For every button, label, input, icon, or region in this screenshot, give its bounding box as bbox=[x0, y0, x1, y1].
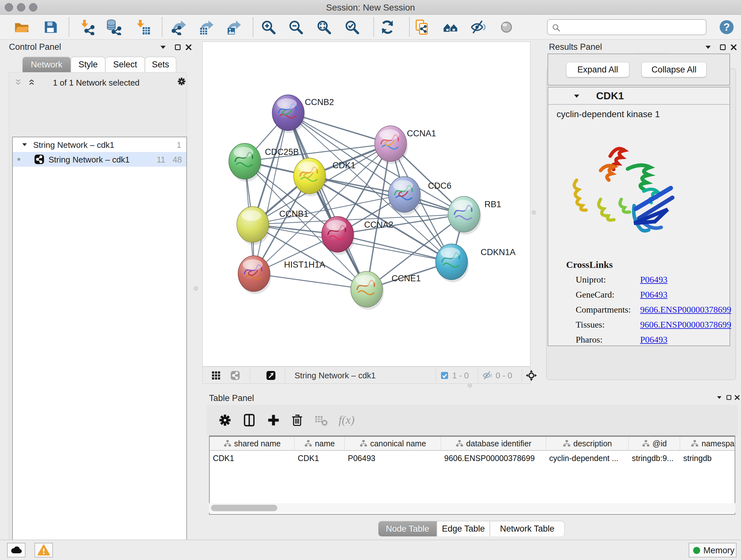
add-column-icon[interactable] bbox=[266, 413, 280, 427]
panel-close-icon[interactable] bbox=[185, 43, 193, 51]
collection-expander-icon[interactable] bbox=[21, 141, 28, 148]
selected-checkbox-icon[interactable] bbox=[440, 371, 449, 380]
panel-close-icon[interactable] bbox=[734, 394, 741, 401]
graph-node-ccne1[interactable] bbox=[351, 271, 383, 307]
graph-node-ccnb1[interactable] bbox=[237, 206, 269, 242]
copy-network-icon[interactable] bbox=[414, 19, 430, 35]
network-options-gear-icon[interactable] bbox=[177, 77, 186, 86]
import-network-database-icon[interactable] bbox=[106, 19, 122, 35]
graph-node-label: CDK1 bbox=[333, 161, 355, 170]
crosshair-icon[interactable] bbox=[526, 370, 537, 381]
cloud-status-button[interactable] bbox=[7, 543, 25, 557]
graph-node-cdc25b[interactable] bbox=[229, 143, 261, 179]
panel-float-icon[interactable] bbox=[174, 43, 182, 51]
network-collection-row[interactable]: String Network – cdk1 1 bbox=[13, 137, 186, 152]
zoom-in-icon[interactable] bbox=[260, 19, 276, 35]
panel-collapse-icon[interactable] bbox=[159, 43, 167, 51]
section-expander-icon[interactable] bbox=[572, 92, 581, 100]
column-header[interactable]: canonical name bbox=[370, 439, 426, 448]
open-session-icon[interactable] bbox=[14, 19, 30, 35]
column-header[interactable]: description bbox=[574, 439, 612, 448]
tab-network[interactable]: Network bbox=[22, 57, 71, 72]
panel-collapse-icon[interactable] bbox=[716, 394, 723, 401]
node-section-header[interactable]: CDK1 bbox=[548, 87, 730, 105]
memory-label: Memory bbox=[703, 546, 735, 556]
results-panel-title: Results Panel bbox=[549, 42, 602, 52]
graph-node-rb1[interactable] bbox=[448, 196, 480, 232]
crosslink-compartments-link[interactable]: 9606.ENSP00000378699 bbox=[640, 305, 731, 315]
string-network-graph[interactable]: CCNB2CCNA1CDC25BCDK1CDC6RB1CCNB1CCNA2CDK… bbox=[203, 42, 530, 366]
cell-namespace[interactable]: stringdb bbox=[680, 451, 735, 465]
node-table[interactable]: shared name name canonical name database… bbox=[209, 435, 735, 515]
first-neighbors-icon[interactable] bbox=[443, 19, 459, 35]
hide-selected-icon[interactable] bbox=[470, 19, 486, 35]
tab-network-table[interactable]: Network Table bbox=[490, 521, 564, 537]
table-header-row: shared name name canonical name database… bbox=[210, 437, 735, 451]
export-network-icon[interactable] bbox=[172, 19, 187, 35]
bottom-splitter-handle[interactable] bbox=[468, 383, 472, 388]
delete-column-icon[interactable] bbox=[290, 413, 304, 427]
table-row[interactable]: CDK1 CDK1 P06493 9606.ENSP00000378699 cy… bbox=[210, 451, 735, 465]
tab-edge-table[interactable]: Edge Table bbox=[437, 521, 490, 537]
cell-shared-name[interactable]: CDK1 bbox=[210, 451, 294, 465]
tab-node-table[interactable]: Node Table bbox=[378, 521, 437, 537]
crosslink-tissues-link[interactable]: 9606.ENSP00000378699 bbox=[640, 320, 731, 330]
graph-node-cdc6[interactable] bbox=[388, 177, 420, 212]
zoom-out-icon[interactable] bbox=[288, 19, 304, 35]
search-field[interactable] bbox=[547, 19, 706, 35]
crosslink-pharos-link[interactable]: P06493 bbox=[640, 334, 668, 345]
tab-select[interactable]: Select bbox=[105, 57, 145, 72]
crosslink-genecard-link[interactable]: P06493 bbox=[640, 290, 668, 300]
scrollbar-thumb[interactable] bbox=[211, 505, 277, 511]
search-input[interactable] bbox=[564, 21, 701, 33]
graph-node-label: CDKN1A bbox=[481, 247, 516, 257]
graph-node-cdk1[interactable] bbox=[293, 158, 326, 194]
apply-layout-icon[interactable] bbox=[380, 19, 395, 35]
graph-node-ccna2[interactable] bbox=[322, 216, 354, 252]
network-row-selected[interactable]: String Network – cdk1 11 48 bbox=[13, 152, 186, 167]
import-table-file-icon[interactable] bbox=[135, 19, 151, 35]
panel-close-icon[interactable] bbox=[730, 43, 738, 51]
birdseye-view-icon[interactable] bbox=[266, 370, 276, 381]
memory-button[interactable]: Memory bbox=[689, 543, 737, 557]
column-header[interactable]: shared name bbox=[234, 439, 281, 448]
column-header[interactable]: name bbox=[315, 439, 335, 448]
help-icon[interactable] bbox=[719, 19, 735, 35]
tab-style[interactable]: Style bbox=[71, 57, 105, 72]
table-horizontal-scrollbar[interactable] bbox=[209, 503, 735, 513]
export-table-icon[interactable] bbox=[199, 19, 215, 35]
table-options-gear-icon[interactable] bbox=[218, 413, 232, 427]
graph-node-hist1h1a[interactable] bbox=[238, 256, 270, 292]
memory-status-dot bbox=[693, 547, 700, 554]
panel-float-icon[interactable] bbox=[719, 43, 727, 51]
zoom-selected-icon[interactable] bbox=[344, 19, 360, 35]
expand-all-button[interactable]: Expand All bbox=[566, 62, 629, 77]
column-header[interactable]: @id bbox=[653, 439, 667, 448]
show-columns-icon[interactable] bbox=[242, 413, 256, 427]
graph-node-cdkn1a[interactable] bbox=[435, 244, 468, 280]
panel-float-icon[interactable] bbox=[725, 394, 732, 401]
grid-view-icon[interactable] bbox=[211, 370, 221, 381]
left-splitter-handle[interactable] bbox=[194, 287, 198, 291]
graph-node-ccnb2[interactable] bbox=[272, 95, 304, 131]
warnings-button[interactable] bbox=[35, 543, 53, 557]
cell-name[interactable]: CDK1 bbox=[294, 451, 345, 465]
cell-database-identifier[interactable]: 9606.ENSP00000378699 bbox=[441, 451, 546, 465]
panel-collapse-icon[interactable] bbox=[704, 43, 712, 51]
right-splitter-handle[interactable] bbox=[532, 210, 536, 214]
cell-id[interactable]: stringdb:9... bbox=[629, 451, 680, 465]
save-session-icon[interactable] bbox=[43, 19, 58, 35]
zoom-fit-icon[interactable] bbox=[316, 19, 332, 35]
import-network-file-icon[interactable] bbox=[79, 19, 95, 35]
crosslink-uniprot-link[interactable]: P06493 bbox=[640, 274, 668, 285]
column-header[interactable]: namespace bbox=[701, 439, 735, 448]
network-canvas[interactable]: CCNB2CCNA1CDC25BCDK1CDC6RB1CCNB1CCNA2CDK… bbox=[202, 42, 530, 367]
graph-node-ccna1[interactable] bbox=[375, 126, 407, 162]
cell-description[interactable]: cyclin-dependent ... bbox=[546, 451, 629, 465]
export-image-icon[interactable] bbox=[226, 19, 242, 35]
tab-sets[interactable]: Sets bbox=[145, 57, 176, 72]
column-header[interactable]: database identifier bbox=[466, 439, 531, 448]
collapse-all-button[interactable]: Collapse All bbox=[642, 62, 706, 77]
cell-canonical-name[interactable]: P06493 bbox=[345, 451, 441, 465]
search-icon bbox=[551, 23, 561, 33]
